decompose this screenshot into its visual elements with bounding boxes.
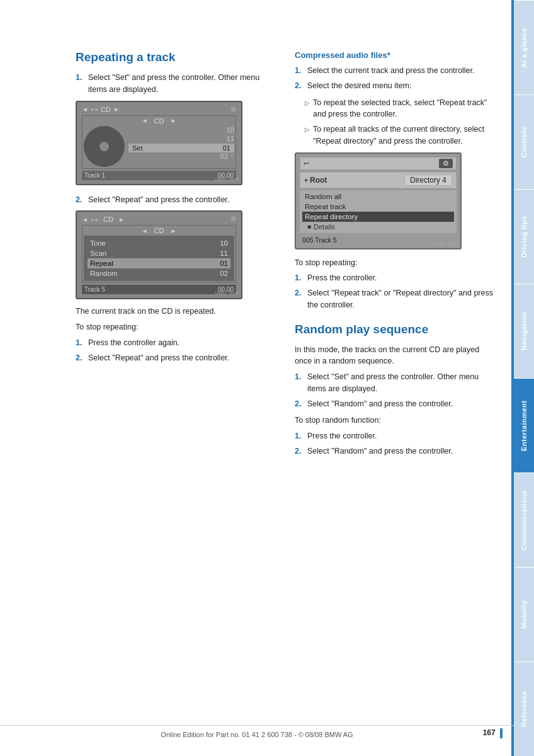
random-steps-list: 1. Select "Set" and press the controller… — [295, 371, 495, 410]
cd-screen-2-top: ◄ ●● CD ► ⚙ — [82, 215, 236, 223]
random-step-2: 2. Select "Random" and press the control… — [295, 398, 495, 410]
right-stop-repeating-label: To stop repeating: — [295, 257, 495, 269]
cd-menu-list: Tone10 Scan11 Repeat01 Random02 — [84, 236, 234, 281]
step-2: 2. Select "Repeat" and press the control… — [76, 194, 276, 206]
cd-screen-1-top: ◄ ●● CD ► ⚙ — [82, 106, 236, 113]
page-number: 167 — [483, 728, 503, 738]
sidebar-tab-navigation[interactable]: Navigation — [514, 284, 534, 378]
stop-step-1: 1. Press the controller again. — [76, 337, 276, 349]
step-1: 1. Select "Set" and press the controller… — [76, 72, 276, 96]
right-stop-list: 1. Press the controller. 2. Select "Repe… — [295, 272, 495, 311]
stop-random-1: 1. Press the controller. — [295, 430, 495, 442]
step2-list: 2. Select "Repeat" and press the control… — [76, 194, 276, 206]
sidebar: At a glance Controls Driving tips Naviga… — [514, 0, 534, 756]
arrow-item-1: To repeat the selected track, select "Re… — [305, 97, 495, 121]
random-play-intro: In this mode, the tracks on the current … — [295, 344, 495, 368]
random-play-title: Random play sequence — [295, 323, 495, 336]
stop-repeating-label: To stop repeating: — [76, 321, 276, 333]
right-stop-1: 1. Press the controller. — [295, 272, 495, 284]
dir-details: ■ Details — [302, 222, 454, 232]
compressed-steps-list: 1. Select the current track and press th… — [295, 65, 495, 92]
c-step-2: 2. Select the desired menu item: — [295, 80, 495, 92]
dir-directory-label: Directory 4 — [404, 175, 452, 186]
cd-screen-2-bottom: Track 5 00.00 — [82, 285, 236, 294]
dir-back-button: ↩ — [304, 159, 309, 168]
menu-scan: Scan11 — [88, 248, 230, 258]
compressed-audio-title: Compressed audio files* — [295, 50, 495, 60]
sidebar-tab-controls[interactable]: Controls — [514, 94, 534, 189]
cd-disc — [84, 126, 125, 167]
footer: Online Edition for Part no. 01 41 2 600 … — [0, 725, 514, 738]
main-content: Repeating a track 1. Select "Set" and pr… — [0, 0, 514, 756]
cd-screen-1-body: 10 11 Set 01 02 ▼ — [84, 126, 234, 167]
stop-random-label: To stop random function: — [295, 415, 495, 427]
arrow-list: To repeat the selected track, select "Re… — [295, 97, 495, 147]
dir-repeat-directory: Repeat directory — [302, 212, 454, 222]
sidebar-tab-entertainment[interactable]: Entertainment — [514, 378, 534, 472]
dir-root: ● Root — [304, 176, 327, 185]
stop-random-2: 2. Select "Random" and press the control… — [295, 445, 495, 457]
repeating-steps-list: 1. Select "Set" and press the controller… — [76, 72, 276, 96]
right-stop-2: 2. Select "Repeat track" or "Repeat dire… — [295, 287, 495, 311]
random-step-1: 1. Select "Set" and press the controller… — [295, 371, 495, 395]
sidebar-tab-at-a-glance[interactable]: At a glance — [514, 0, 534, 94]
menu-repeat-selected: Repeat01 — [88, 258, 230, 268]
menu-tone: Tone10 — [88, 238, 230, 248]
repeating-track-title: Repeating a track — [76, 50, 276, 64]
current-track-repeated-text: The current track on the CD is repeated. — [76, 306, 276, 318]
sidebar-tab-driving-tips[interactable]: Driving tips — [514, 189, 534, 284]
arrow-item-2: To repeat all tracks of the current dire… — [305, 123, 495, 147]
c-step-1: 1. Select the current track and press th… — [295, 65, 495, 77]
menu-random: Random02 — [88, 268, 230, 278]
stop-random-list: 1. Press the controller. 2. Select "Rand… — [295, 430, 495, 457]
dir-items-list: Random all Repeat track Repeat directory… — [300, 190, 457, 233]
cd-screen-1-bottom: Track 1 00.00 — [82, 171, 236, 180]
sidebar-tab-reference[interactable]: Reference — [514, 662, 534, 756]
stop-step-2: 2. Select "Repeat" and press the control… — [76, 352, 276, 364]
footer-copyright: Online Edition for Part no. 01 41 2 600 … — [161, 731, 353, 738]
dir-screen: ↩ ⚙ ● Root Directory 4 Random all Repeat… — [295, 152, 462, 249]
cd-screen-2: ◄ ●● CD ► ⚙ ◄ CD ► Tone10 — [76, 210, 242, 299]
stop-steps-list: 1. Press the controller again. 2. Select… — [76, 337, 276, 364]
cd-screen-1: ◄ ●● CD ► ⚙ ◄ CD ► — [76, 101, 242, 185]
sidebar-tab-communications[interactable]: Communications — [514, 472, 534, 567]
dir-repeat-track: Repeat track — [302, 202, 454, 212]
right-column: Compressed audio files* 1. Select the cu… — [295, 50, 495, 462]
left-column: Repeating a track 1. Select "Set" and pr… — [76, 50, 276, 462]
track-list: 10 11 Set 01 02 ▼ — [128, 126, 234, 167]
dir-random-all: Random all — [302, 192, 454, 202]
sidebar-tab-mobility[interactable]: Mobility — [514, 567, 534, 662]
